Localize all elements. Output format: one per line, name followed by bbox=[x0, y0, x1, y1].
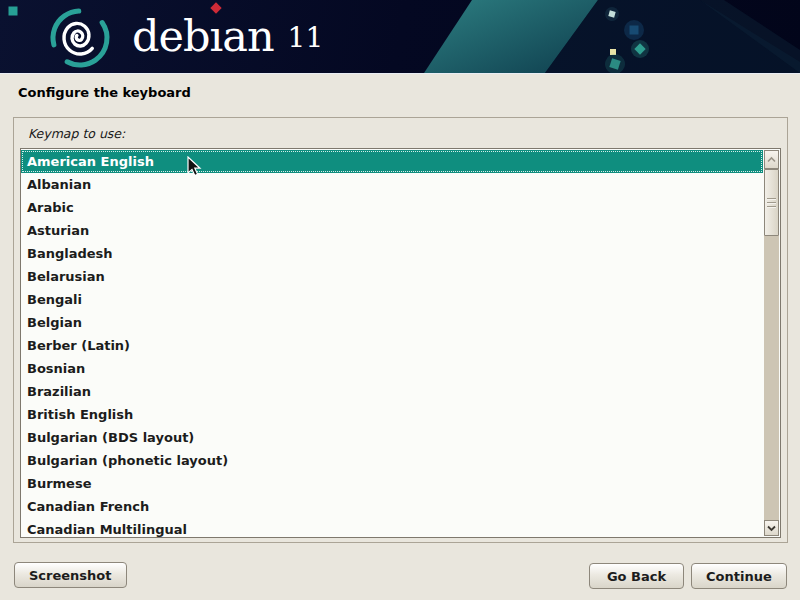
continue-button[interactable]: Continue bbox=[691, 563, 787, 589]
keymap-label: Keymap to use: bbox=[28, 126, 125, 141]
list-item[interactable]: Belgian bbox=[21, 311, 763, 334]
list-item[interactable]: Canadian Multilingual bbox=[21, 518, 763, 538]
chevron-up-icon bbox=[766, 156, 777, 163]
list-item[interactable]: Bosnian bbox=[21, 357, 763, 380]
banner-artwork bbox=[0, 0, 800, 73]
brand-text: debıan bbox=[132, 15, 274, 58]
list-item[interactable]: Belarusian bbox=[21, 265, 763, 288]
scroll-down-button[interactable] bbox=[764, 520, 779, 536]
version-number: 11 bbox=[288, 24, 324, 52]
screenshot-button[interactable]: Screenshot bbox=[14, 562, 127, 588]
list-item[interactable]: Arabic bbox=[21, 196, 763, 219]
debian-swirl-icon bbox=[42, 0, 120, 73]
chevron-down-icon bbox=[766, 525, 777, 532]
scroll-up-button[interactable] bbox=[764, 150, 779, 169]
list-item[interactable]: Asturian bbox=[21, 219, 763, 242]
keymap-frame: Keymap to use: American EnglishAlbanianA… bbox=[13, 117, 788, 543]
page-title: Configure the keyboard bbox=[18, 85, 191, 100]
header-banner: debıan 11 bbox=[0, 0, 800, 74]
list-item[interactable]: Bangladesh bbox=[21, 242, 763, 265]
scrollbar-thumb[interactable] bbox=[764, 169, 779, 236]
list-item[interactable]: Berber (Latin) bbox=[21, 334, 763, 357]
thumb-grip-icon bbox=[767, 198, 776, 208]
brand-logotype: debıan 11 bbox=[132, 0, 323, 73]
list-item[interactable]: Bengali bbox=[21, 288, 763, 311]
list-item[interactable]: British English bbox=[21, 403, 763, 426]
keymap-list: American EnglishAlbanianArabicAsturianBa… bbox=[21, 150, 763, 538]
vertical-scrollbar[interactable] bbox=[764, 150, 779, 536]
list-item[interactable]: Albanian bbox=[21, 173, 763, 196]
list-item[interactable]: Bulgarian (BDS layout) bbox=[21, 426, 763, 449]
list-item[interactable]: American English bbox=[21, 150, 763, 173]
keymap-listbox[interactable]: American EnglishAlbanianArabicAsturianBa… bbox=[20, 148, 781, 538]
list-item[interactable]: Burmese bbox=[21, 472, 763, 495]
list-item[interactable]: Bulgarian (phonetic layout) bbox=[21, 449, 763, 472]
list-item[interactable]: Brazilian bbox=[21, 380, 763, 403]
list-item[interactable]: Canadian French bbox=[21, 495, 763, 518]
installer-window: debıan 11 Configure the keyboard Keymap … bbox=[0, 0, 800, 600]
go-back-button[interactable]: Go Back bbox=[589, 563, 684, 589]
